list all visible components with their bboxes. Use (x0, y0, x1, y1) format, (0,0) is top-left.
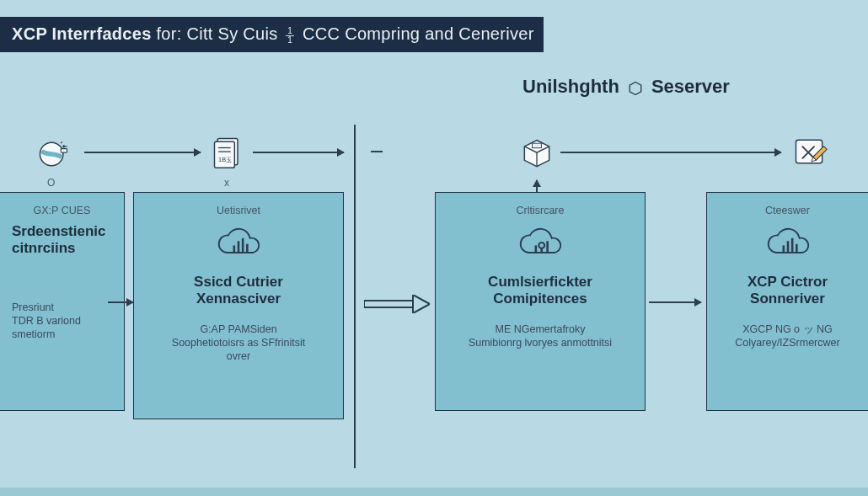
box-b-title: Ssicd Cutrier Xennasciver (146, 274, 331, 307)
svg-text:1B玉: 1B玉 (218, 156, 232, 163)
globe-icon (34, 135, 72, 173)
arrow-icon-c-to-d (560, 152, 781, 153)
arrow-up-to-package (536, 180, 538, 192)
box-a: GX:P CUES Srdeenstienic citnrciins Presr… (0, 192, 125, 411)
box-d-subtext: XGCP NG o ッ NG Colyarey/IZSrmercwer (719, 323, 856, 349)
box-b-subtext: G:AP PAMSiden Soophetiotoisrs as SFfrini… (146, 323, 331, 363)
svg-marker-27 (413, 295, 430, 313)
svg-marker-0 (630, 83, 641, 95)
header-text: XCP Interrfadces for: Citt Sy Cuis 1 1 C… (12, 24, 534, 44)
arrow-a-to-b (108, 301, 133, 303)
sub-header-right: Seserver (651, 76, 730, 98)
box-d: Cteeswer XCP Cictror Sonneriver XGCP NG … (706, 192, 868, 411)
box-d-top-label: Cteeswer (719, 205, 856, 216)
sub-header-left: Unilshghth (522, 76, 619, 98)
header-fraction-icon: 1 1 (286, 27, 294, 45)
arrow-icon-a-to-b (84, 152, 201, 153)
box-a-subtext: Presriunt TDR B variond smetiorm (12, 301, 112, 341)
hexagon-icon (628, 79, 643, 94)
box-a-top-label: GX:P CUES (12, 205, 112, 216)
cloud-bars-icon (146, 223, 331, 262)
svg-rect-2 (61, 149, 67, 153)
icon-b-caption: x (224, 177, 229, 189)
icon-a-caption: O (47, 177, 55, 189)
arrow-c-to-d (649, 301, 701, 303)
package-icon (517, 135, 556, 173)
box-b-top-label: Uetisrivet (146, 205, 331, 216)
box-c-subtext: ME NGemertafroky Sumibionrg lvoryes anmo… (447, 323, 633, 349)
bottom-bar (0, 488, 868, 496)
box-c: Crltisrcare Cumlsierfickter Comipitences… (435, 192, 646, 411)
svg-rect-26 (364, 301, 413, 307)
header-mid: for: Citt Sy Cuis (152, 24, 283, 43)
box-c-title: Cumlsierfickter Comipitences (447, 274, 633, 307)
thick-arrow-b-to-c (364, 295, 430, 313)
box-d-title: XCP Cictror Sonneriver (719, 274, 856, 307)
svg-point-19 (538, 243, 544, 248)
box-b: Uetisrivet Ssicd Cutrier Xennasciver G:A… (133, 192, 344, 419)
vertical-divider (354, 125, 356, 468)
document-icon: 1B玉 (209, 133, 248, 172)
divider-dash-top (371, 151, 383, 152)
edit-x-icon (790, 133, 829, 172)
header-suffix: CCC Compring and Ceneriver (303, 24, 534, 43)
svg-rect-4 (215, 141, 235, 168)
svg-rect-10 (533, 143, 542, 148)
cloud-bars-icon (447, 223, 633, 262)
sub-header: Unilshghth Seserver (522, 76, 730, 98)
diagram-canvas: XCP Interrfadces for: Citt Sy Cuis 1 1 C… (0, 0, 868, 496)
header-bar: XCP Interrfadces for: Citt Sy Cuis 1 1 C… (0, 17, 544, 52)
cloud-bars-icon (719, 223, 856, 262)
box-a-title: Srdeenstienic citnrciins (12, 223, 112, 257)
arrow-icon-b-to-divider (253, 152, 344, 153)
header-bold: XCP Interrfadces (12, 24, 152, 43)
box-c-top-label: Crltisrcare (447, 205, 633, 216)
